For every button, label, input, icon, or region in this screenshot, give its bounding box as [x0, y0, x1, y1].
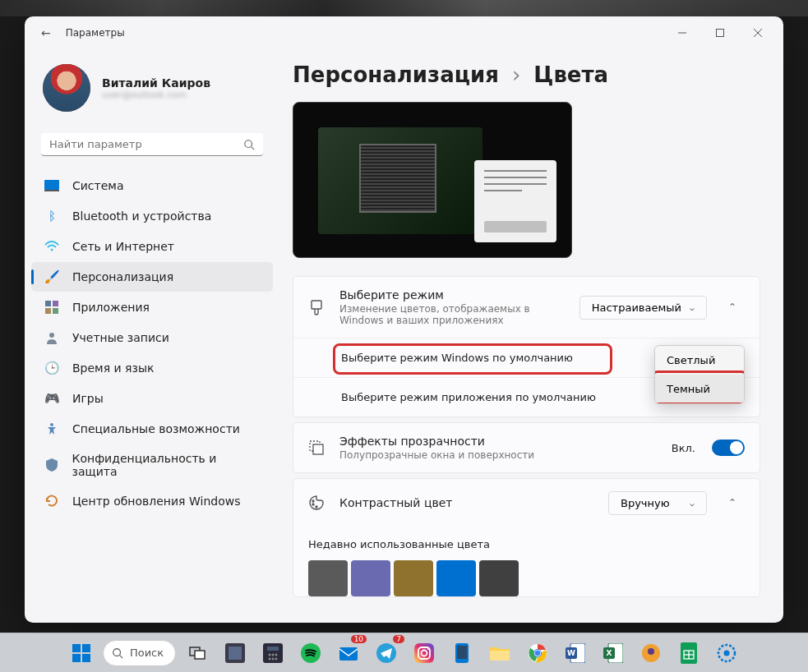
gamepad-icon: 🎮: [44, 391, 59, 406]
nav-bluetooth[interactable]: ᛒBluetooth и устройства: [31, 201, 273, 231]
back-button[interactable]: ←: [41, 26, 51, 39]
nav-accounts[interactable]: Учетные записи: [31, 323, 273, 352]
start-button[interactable]: [65, 637, 98, 670]
wifi-icon: [44, 239, 59, 254]
nav-system[interactable]: Система: [31, 171, 273, 200]
collapse-button[interactable]: ⌃: [720, 490, 745, 515]
color-swatch[interactable]: [436, 560, 476, 596]
svg-rect-6: [44, 180, 59, 190]
transparency-icon: [308, 440, 326, 456]
chevron-down-icon: ⌵: [690, 499, 695, 508]
svg-point-52: [535, 650, 541, 656]
task-view-button[interactable]: [181, 637, 214, 670]
taskbar-app-excel[interactable]: X: [597, 637, 630, 670]
nav-apps[interactable]: Приложения: [31, 292, 273, 322]
svg-rect-28: [195, 651, 205, 659]
bluetooth-icon: ᛒ: [44, 209, 59, 223]
nav-privacy[interactable]: Конфиденциальность и защита: [31, 444, 273, 486]
titlebar: ← Параметры: [25, 16, 783, 49]
color-swatch[interactable]: [308, 560, 348, 596]
option-light[interactable]: Светлый: [655, 346, 744, 375]
user-name: Виталий Каиров: [102, 76, 210, 90]
mode-subtitle: Изменение цветов, отображаемых в Windows…: [339, 303, 566, 326]
taskbar-search[interactable]: Поиск: [103, 640, 176, 666]
color-swatch[interactable]: [351, 560, 390, 596]
taskbar-app-chrome[interactable]: [521, 637, 554, 670]
svg-rect-23: [72, 654, 81, 662]
nav-update[interactable]: Центр обновления Windows: [31, 486, 273, 516]
taskbar-app-telegram[interactable]: 7: [370, 637, 403, 670]
taskbar-app-settings[interactable]: [710, 637, 743, 670]
svg-rect-48: [490, 651, 510, 660]
svg-rect-24: [82, 654, 90, 662]
taskbar[interactable]: Поиск 10 7 W X: [0, 633, 808, 672]
avatar: [43, 64, 90, 112]
svg-point-60: [648, 648, 654, 655]
svg-point-37: [272, 657, 275, 660]
svg-point-18: [312, 500, 314, 502]
option-dark[interactable]: Темный: [655, 375, 744, 403]
taskbar-app-mail[interactable]: 10: [332, 637, 365, 670]
mode-dropdown[interactable]: Настраиваемый⌵: [579, 296, 707, 320]
collapse-button[interactable]: ⌃: [720, 295, 745, 320]
svg-rect-40: [339, 647, 358, 660]
svg-point-14: [50, 423, 53, 426]
brush-icon: [308, 299, 326, 315]
color-swatch[interactable]: [479, 560, 519, 596]
svg-line-26: [120, 655, 123, 658]
mode-card: Выберите режим Изменение цветов, отображ…: [293, 276, 760, 417]
taskbar-app-calculator[interactable]: [256, 637, 289, 670]
minimize-button[interactable]: [663, 20, 701, 46]
color-swatch[interactable]: [394, 560, 433, 596]
svg-line-5: [252, 146, 255, 150]
breadcrumb: Персонализация › Цвета: [293, 62, 760, 87]
accent-title: Контрастный цвет: [339, 496, 595, 509]
taskbar-app-notepad[interactable]: [219, 637, 252, 670]
taskbar-app-spotify[interactable]: [294, 637, 327, 670]
nav-list: Система ᛒBluetooth и устройства Сеть и И…: [31, 171, 273, 516]
svg-rect-42: [414, 643, 434, 663]
maximize-button[interactable]: [701, 20, 739, 46]
taskbar-app-instagram[interactable]: [408, 637, 441, 670]
search-box[interactable]: [41, 133, 263, 156]
taskbar-app-generic[interactable]: [635, 637, 667, 670]
search-input[interactable]: [49, 138, 243, 150]
toggle-state-label: Вкл.: [672, 442, 695, 454]
windows-mode-dropdown-open[interactable]: Светлый Темный: [654, 345, 745, 404]
svg-rect-10: [53, 301, 58, 306]
nav-accessibility[interactable]: Специальные возможности: [31, 414, 273, 444]
display-icon: [44, 178, 59, 193]
taskbar-app-sheets[interactable]: [672, 637, 705, 670]
accent-dropdown[interactable]: Вручную⌵: [608, 491, 707, 515]
svg-rect-15: [312, 301, 321, 309]
nav-personalization[interactable]: 🖌️Персонализация: [31, 262, 273, 292]
svg-rect-17: [313, 444, 323, 454]
svg-rect-9: [45, 301, 51, 306]
transparency-toggle[interactable]: [712, 440, 745, 456]
taskbar-app-word[interactable]: W: [559, 637, 592, 670]
taskbar-app-phone[interactable]: [446, 637, 478, 670]
theme-preview: [293, 102, 572, 258]
mode-title: Выберите режим: [339, 288, 566, 301]
nav-network[interactable]: Сеть и Интернет: [31, 232, 273, 261]
chevron-right-icon: ›: [512, 62, 520, 87]
paintbrush-icon: 🖌️: [44, 269, 59, 284]
breadcrumb-parent[interactable]: Персонализация: [293, 62, 499, 87]
svg-rect-7: [44, 190, 59, 191]
chevron-down-icon: ⌵: [690, 303, 695, 312]
nav-gaming[interactable]: 🎮Игры: [31, 384, 273, 413]
recent-colors: [293, 557, 760, 596]
nav-time-language[interactable]: 🕒Время и язык: [31, 353, 273, 383]
close-button[interactable]: [739, 20, 777, 46]
svg-point-33: [269, 653, 271, 656]
apps-icon: [44, 300, 59, 315]
svg-rect-47: [457, 646, 467, 659]
content-pane: Персонализация › Цвета Выберите режим Из…: [279, 49, 783, 623]
taskbar-app-explorer[interactable]: [483, 637, 516, 670]
globe-clock-icon: 🕒: [44, 361, 59, 375]
windows-mode-row: Выберите режим Windows по умолчанию Свет…: [293, 338, 760, 377]
svg-text:X: X: [607, 649, 612, 657]
user-profile[interactable]: Виталий Каиров user@outlook.com: [31, 59, 273, 127]
svg-rect-32: [267, 647, 279, 651]
accessibility-icon: [44, 421, 59, 436]
